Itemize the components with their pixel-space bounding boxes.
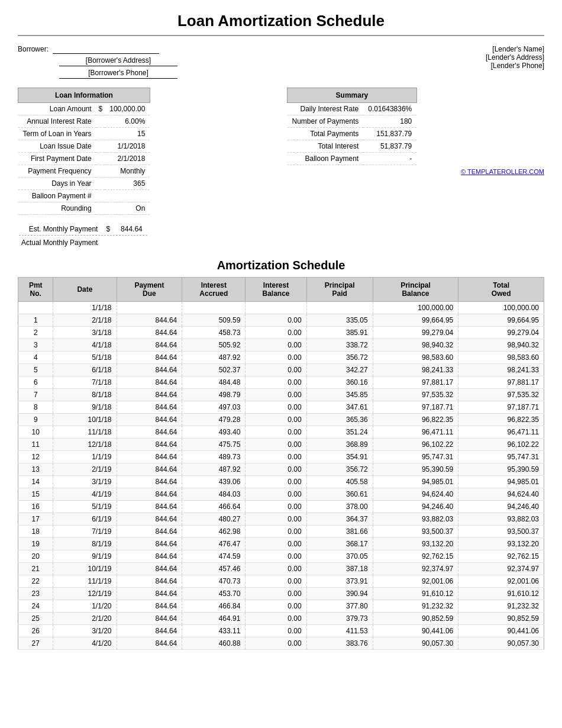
amort-cell: 94,246.40 [373, 501, 458, 513]
amort-row: 143/1/19844.64439.060.00405.5894,985.019… [18, 476, 544, 488]
amort-cell: 0.00 [246, 637, 306, 650]
lender-phone: [Lender's Phone] [486, 62, 544, 70]
est-payment-label: Est. Monthly Payment [19, 223, 100, 236]
amort-row: 34/1/18844.64505.920.00338.7298,940.3298… [18, 339, 544, 352]
amort-cell: 0.00 [246, 501, 306, 513]
amort-row: 154/1/19844.64484.030.00360.6194,624.409… [18, 488, 544, 501]
amort-cell: 844.64 [117, 401, 182, 414]
amort-cell: 464.91 [182, 613, 246, 625]
amort-cell: 356.72 [306, 463, 373, 476]
loan-info-row: Balloon Payment # [18, 190, 150, 202]
amort-cell: 10 [18, 426, 53, 439]
amort-row: 274/1/20844.64460.880.00383.7690,057.309… [18, 637, 544, 650]
amort-cell: 90,852.59 [458, 613, 544, 625]
amort-cell: 844.64 [117, 600, 182, 613]
amort-cell: 0.00 [246, 364, 306, 376]
amort-cell: 474.59 [182, 550, 246, 563]
amort-cell: 0.00 [246, 613, 306, 625]
amort-cell: 97,881.17 [458, 376, 544, 389]
amort-cell: 0.00 [246, 314, 306, 327]
amort-col-header: InterestBalance [246, 278, 306, 302]
amort-cell: 345.85 [306, 389, 373, 401]
amort-cell: 19 [18, 538, 53, 550]
loan-field-prefix: $ [96, 103, 105, 115]
amort-cell: 844.64 [117, 613, 182, 625]
amort-cell: 0.00 [246, 463, 306, 476]
amort-cell: 0.00 [246, 563, 306, 575]
amort-cell: 453.70 [182, 588, 246, 600]
amort-cell: 94,985.01 [373, 476, 458, 488]
amort-cell: 2/1/20 [53, 613, 117, 625]
loan-info-title: Loan Information [18, 88, 150, 103]
amort-row: 1112/1/18844.64475.750.00368.8996,102.22… [18, 439, 544, 451]
amort-row: 67/1/18844.64484.480.00360.1697,881.1797… [18, 376, 544, 389]
amort-cell: 98,583.60 [373, 352, 458, 364]
amort-cell: 12/1/19 [53, 588, 117, 600]
templateroller-link[interactable]: © TEMPLATEROLLER.COM [287, 168, 544, 175]
loan-field-value: 1/1/2018 [105, 140, 150, 153]
amort-cell: 484.03 [182, 488, 246, 501]
amort-cell: 92,374.97 [458, 563, 544, 575]
amort-cell: 844.64 [117, 327, 182, 339]
amort-row: 910/1/18844.64479.280.00365.3696,822.359… [18, 414, 544, 426]
amort-cell: 0.00 [246, 426, 306, 439]
amort-cell: 390.94 [306, 588, 373, 600]
amort-col-header: PaymentDue [117, 278, 182, 302]
amort-col-header: PrincipalBalance [373, 278, 458, 302]
loan-field-label: First Payment Date [18, 153, 96, 165]
amort-cell: 92,762.15 [458, 550, 544, 563]
amort-cell: 97,535.32 [458, 389, 544, 401]
summary-field-value: 151,837.79 [363, 128, 416, 140]
amort-cell: 23 [18, 588, 53, 600]
amort-cell: 97,535.32 [373, 389, 458, 401]
amort-cell: 378.00 [306, 501, 373, 513]
amort-row: 45/1/18844.64487.920.00356.7298,583.6098… [18, 352, 544, 364]
amort-cell: 354.91 [306, 451, 373, 463]
loan-field-value: Monthly [105, 165, 150, 178]
amort-cell: 0.00 [246, 339, 306, 352]
amort-cell: 509.59 [182, 314, 246, 327]
amort-cell: 335.05 [306, 314, 373, 327]
lender-info: [Lender's Name] [Lender's Address] [Lend… [486, 45, 544, 79]
page-title: Loan Amortization Schedule [18, 12, 544, 36]
summary-row: Total Interest 51,837.79 [288, 140, 417, 153]
amort-cell: 11/1/18 [53, 426, 117, 439]
amort-cell: 844.64 [117, 476, 182, 488]
amort-cell: 458.73 [182, 327, 246, 339]
amort-cell: 94,624.40 [373, 488, 458, 501]
amort-row: 165/1/19844.64466.640.00378.0094,246.409… [18, 501, 544, 513]
amort-cell: 466.84 [182, 600, 246, 613]
amort-row: 23/1/18844.64458.730.00385.9199,279.0499… [18, 327, 544, 339]
amort-row: 241/1/20844.64466.840.00377.8091,232.329… [18, 600, 544, 613]
borrower-phone: [Borrower's Phone] [59, 69, 177, 79]
amort-cell: 844.64 [117, 538, 182, 550]
summary-row: Balloon Payment - [288, 153, 417, 165]
amort-cell: 4 [18, 352, 53, 364]
amort-cell: 96,102.22 [458, 439, 544, 451]
summary-row: Total Payments 151,837.79 [288, 128, 417, 140]
amort-cell: 3 [18, 339, 53, 352]
amort-cell: 844.64 [117, 463, 182, 476]
amort-cell: 462.98 [182, 526, 246, 538]
loan-field-label: Rounding [18, 202, 96, 215]
amort-cell: 20 [18, 550, 53, 563]
amort-row: 198/1/19844.64476.470.00368.1793,132.209… [18, 538, 544, 550]
amort-cell: 92,374.97 [373, 563, 458, 575]
amort-cell: 13 [18, 463, 53, 476]
borrower-name-line [53, 45, 159, 54]
loan-field-prefix [96, 202, 105, 215]
amort-row: 2110/1/19844.64457.460.00387.1892,374.97… [18, 563, 544, 575]
amort-cell: 487.92 [182, 352, 246, 364]
amort-cell: 4/1/19 [53, 488, 117, 501]
amort-col-header: TotalOwed [458, 278, 544, 302]
loan-field-prefix [96, 178, 105, 190]
amort-cell: 0.00 [246, 376, 306, 389]
amort-cell: 11/1/19 [53, 575, 117, 588]
loan-field-label: Payment Frequency [18, 165, 96, 178]
amort-cell: 94,985.01 [458, 476, 544, 488]
amort-cell: 347.61 [306, 401, 373, 414]
amort-cell: 15 [18, 488, 53, 501]
amort-cell: 96,471.11 [373, 426, 458, 439]
amort-row: 12/1/18844.64509.590.00335.0599,664.9599… [18, 314, 544, 327]
amort-cell: 466.64 [182, 501, 246, 513]
